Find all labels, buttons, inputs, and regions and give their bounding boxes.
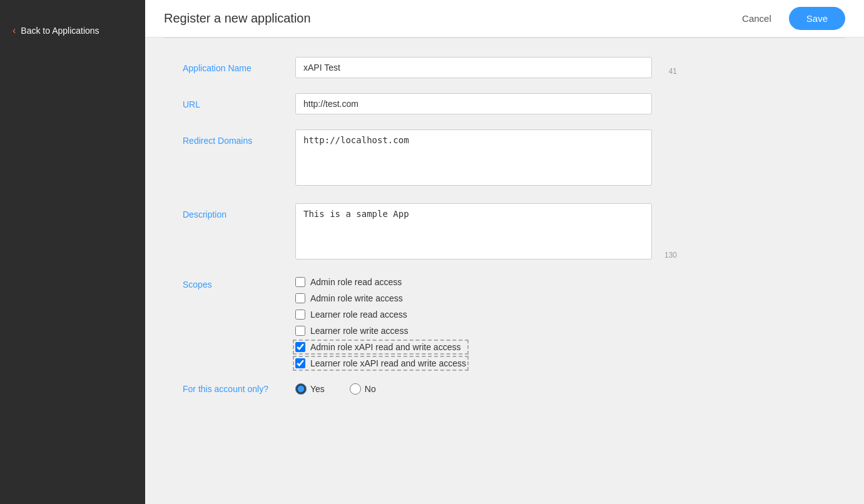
scopes-section: Scopes Admin role read access Admin role… [183,277,826,368]
radio-yes-label: Yes [310,384,325,394]
description-char-count: 130 [664,251,677,260]
page-title: Register a new application [164,11,311,26]
scope-label-admin-xapi: Admin role xAPI read and write access [310,342,460,352]
scope-checkbox-admin-xapi[interactable] [295,342,305,352]
main-content: Register a new application Cancel Save A… [145,0,864,504]
url-row: URL [183,93,826,114]
scope-label-admin-write: Admin role write access [310,293,403,303]
radio-yes-option[interactable]: Yes [295,383,325,395]
scope-checkbox-admin-read[interactable] [295,277,305,287]
cancel-button[interactable]: Cancel [734,8,779,29]
save-button[interactable]: Save [789,7,845,30]
url-input[interactable] [295,93,652,114]
back-link-label: Back to Applications [21,26,99,36]
scope-label-learner-write: Learner role write access [310,326,408,336]
scope-checkbox-learner-read[interactable] [295,310,305,320]
radio-yes-input[interactable] [295,383,307,395]
scope-item-learner-read: Learner role read access [295,310,466,320]
application-name-input-area: 41 [295,57,652,78]
page-header: Register a new application Cancel Save [145,0,864,38]
scope-item-learner-write: Learner role write access [295,326,466,336]
redirect-domains-label: Redirect Domains [183,129,295,146]
application-name-row: Application Name 41 [183,57,826,78]
scopes-label: Scopes [183,277,295,290]
scope-item-learner-xapi: Learner role xAPI read and write access [295,358,466,368]
application-name-char-count: 41 [669,67,677,76]
scope-checkbox-admin-write[interactable] [295,293,305,303]
scope-checkbox-learner-write[interactable] [295,326,305,336]
description-row: Description This is a sample App 130 [183,203,826,262]
account-only-label: For this account only? [183,384,295,394]
description-input-area: This is a sample App 130 [295,203,652,262]
redirect-domains-input[interactable]: http://localhost.com [295,129,652,186]
scope-item-admin-xapi: Admin role xAPI read and write access [295,342,466,352]
back-to-applications-link[interactable]: ‹ Back to Applications [0,19,145,43]
redirect-domains-row: Redirect Domains http://localhost.com [183,129,826,188]
account-only-row: For this account only? Yes No [183,383,826,395]
description-input[interactable]: This is a sample App [295,203,652,260]
form-area: Application Name 41 URL Redirect Domains… [145,38,864,428]
radio-no-label: No [365,384,376,394]
application-name-input[interactable] [295,57,652,78]
scope-label-learner-xapi: Learner role xAPI read and write access [310,358,466,368]
application-name-label: Application Name [183,57,295,73]
scope-item-admin-write: Admin role write access [295,293,466,303]
back-arrow-icon: ‹ [13,25,16,36]
description-label: Description [183,203,295,219]
redirect-domains-input-area: http://localhost.com [295,129,652,188]
radio-no-input[interactable] [350,383,361,395]
radio-no-option[interactable]: No [350,383,376,395]
url-label: URL [183,93,295,109]
scopes-list: Admin role read access Admin role write … [295,277,466,368]
url-input-area [295,93,652,114]
header-actions: Cancel Save [734,7,845,30]
scope-label-learner-read: Learner role read access [310,310,407,320]
sidebar: ‹ Back to Applications [0,0,145,504]
scope-checkbox-learner-xapi[interactable] [295,358,305,368]
scope-label-admin-read: Admin role read access [310,277,402,287]
radio-options: Yes No [295,383,376,395]
scope-item-admin-read: Admin role read access [295,277,466,287]
